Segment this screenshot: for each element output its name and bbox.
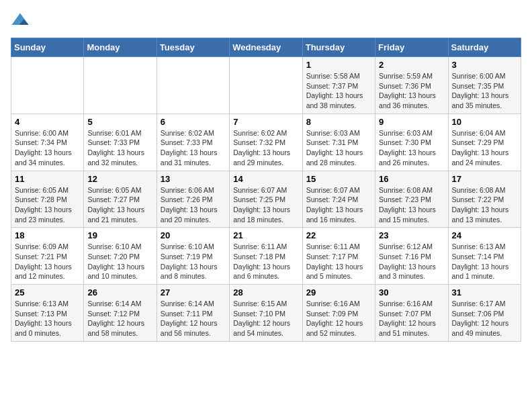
day-number: 20: [161, 230, 226, 240]
day-number: 5: [87, 117, 152, 127]
calendar-cell: 26Sunrise: 6:14 AM Sunset: 7:12 PM Dayli…: [84, 285, 157, 342]
day-info: Sunrise: 6:03 AM Sunset: 7:30 PM Dayligh…: [379, 128, 444, 168]
day-number: 2: [379, 60, 444, 70]
day-number: 10: [452, 117, 517, 127]
calendar-cell: [157, 57, 229, 114]
calendar-cell: 25Sunrise: 6:13 AM Sunset: 7:13 PM Dayli…: [11, 285, 84, 342]
day-number: 13: [161, 174, 226, 184]
day-number: 25: [15, 287, 80, 298]
day-number: 29: [306, 287, 371, 298]
header-day-wednesday: Wednesday: [230, 38, 302, 57]
day-number: 9: [379, 117, 444, 127]
calendar-table: SundayMondayTuesdayWednesdayThursdayFrid…: [11, 38, 521, 342]
calendar-cell: 12Sunrise: 6:05 AM Sunset: 7:27 PM Dayli…: [84, 171, 157, 228]
day-info: Sunrise: 6:14 AM Sunset: 7:11 PM Dayligh…: [161, 299, 226, 338]
day-number: 18: [15, 230, 80, 240]
day-info: Sunrise: 6:12 AM Sunset: 7:16 PM Dayligh…: [379, 242, 444, 281]
day-number: 16: [379, 174, 444, 184]
day-info: Sunrise: 6:16 AM Sunset: 7:07 PM Dayligh…: [379, 299, 444, 338]
day-number: 7: [233, 117, 298, 127]
day-info: Sunrise: 6:05 AM Sunset: 7:28 PM Dayligh…: [15, 185, 80, 225]
day-number: 21: [233, 230, 298, 240]
day-info: Sunrise: 6:10 AM Sunset: 7:19 PM Dayligh…: [161, 242, 226, 281]
calendar-cell: 16Sunrise: 6:08 AM Sunset: 7:23 PM Dayli…: [375, 171, 448, 228]
day-info: Sunrise: 6:06 AM Sunset: 7:26 PM Dayligh…: [161, 185, 226, 225]
day-info: Sunrise: 6:08 AM Sunset: 7:23 PM Dayligh…: [379, 185, 444, 225]
week-row-1: 1Sunrise: 5:58 AM Sunset: 7:37 PM Daylig…: [11, 57, 521, 114]
calendar-cell: 31Sunrise: 6:17 AM Sunset: 7:06 PM Dayli…: [448, 285, 521, 342]
day-info: Sunrise: 6:09 AM Sunset: 7:21 PM Dayligh…: [15, 242, 80, 281]
day-number: 6: [161, 117, 226, 127]
day-info: Sunrise: 6:02 AM Sunset: 7:33 PM Dayligh…: [161, 128, 226, 168]
calendar-cell: 14Sunrise: 6:07 AM Sunset: 7:25 PM Dayli…: [230, 171, 302, 228]
header-day-thursday: Thursday: [302, 38, 375, 57]
day-number: 24: [452, 230, 517, 240]
day-info: Sunrise: 6:02 AM Sunset: 7:32 PM Dayligh…: [233, 128, 298, 168]
header-day-monday: Monday: [84, 38, 157, 57]
day-info: Sunrise: 5:59 AM Sunset: 7:36 PM Dayligh…: [379, 71, 444, 111]
day-number: 28: [233, 287, 298, 298]
calendar-cell: 23Sunrise: 6:12 AM Sunset: 7:16 PM Dayli…: [375, 228, 448, 285]
day-number: 3: [452, 60, 517, 70]
calendar-cell: 9Sunrise: 6:03 AM Sunset: 7:30 PM Daylig…: [375, 113, 448, 171]
week-row-3: 11Sunrise: 6:05 AM Sunset: 7:28 PM Dayli…: [11, 171, 521, 228]
calendar-cell: [11, 57, 84, 114]
calendar-cell: 2Sunrise: 5:59 AM Sunset: 7:36 PM Daylig…: [375, 57, 448, 114]
day-info: Sunrise: 5:58 AM Sunset: 7:37 PM Dayligh…: [306, 71, 371, 111]
header-day-friday: Friday: [375, 38, 448, 57]
header-row: SundayMondayTuesdayWednesdayThursdayFrid…: [11, 38, 521, 57]
calendar-cell: 1Sunrise: 5:58 AM Sunset: 7:37 PM Daylig…: [302, 57, 375, 114]
calendar-cell: 7Sunrise: 6:02 AM Sunset: 7:32 PM Daylig…: [230, 113, 302, 171]
day-info: Sunrise: 6:05 AM Sunset: 7:27 PM Dayligh…: [87, 185, 152, 225]
calendar-cell: 24Sunrise: 6:13 AM Sunset: 7:14 PM Dayli…: [448, 228, 521, 285]
day-number: 27: [161, 287, 226, 298]
day-info: Sunrise: 6:04 AM Sunset: 7:29 PM Dayligh…: [452, 128, 517, 168]
calendar-header: SundayMondayTuesdayWednesdayThursdayFrid…: [11, 38, 521, 57]
day-number: 30: [379, 287, 444, 298]
day-number: 23: [379, 230, 444, 240]
calendar-cell: 29Sunrise: 6:16 AM Sunset: 7:09 PM Dayli…: [302, 285, 375, 342]
calendar-cell: 27Sunrise: 6:14 AM Sunset: 7:11 PM Dayli…: [157, 285, 229, 342]
calendar-cell: 3Sunrise: 6:00 AM Sunset: 7:35 PM Daylig…: [448, 57, 521, 114]
week-row-4: 18Sunrise: 6:09 AM Sunset: 7:21 PM Dayli…: [11, 228, 521, 285]
day-number: 26: [87, 287, 152, 298]
week-row-5: 25Sunrise: 6:13 AM Sunset: 7:13 PM Dayli…: [11, 285, 521, 342]
logo-icon: [11, 11, 30, 30]
day-info: Sunrise: 6:13 AM Sunset: 7:13 PM Dayligh…: [15, 299, 80, 338]
day-number: 4: [15, 117, 80, 127]
day-info: Sunrise: 6:01 AM Sunset: 7:33 PM Dayligh…: [87, 128, 152, 168]
calendar-cell: 19Sunrise: 6:10 AM Sunset: 7:20 PM Dayli…: [84, 228, 157, 285]
day-info: Sunrise: 6:07 AM Sunset: 7:25 PM Dayligh…: [233, 185, 298, 225]
calendar-cell: 18Sunrise: 6:09 AM Sunset: 7:21 PM Dayli…: [11, 228, 84, 285]
day-info: Sunrise: 6:11 AM Sunset: 7:17 PM Dayligh…: [306, 242, 371, 281]
day-info: Sunrise: 6:00 AM Sunset: 7:35 PM Dayligh…: [452, 71, 517, 111]
calendar-cell: 15Sunrise: 6:07 AM Sunset: 7:24 PM Dayli…: [302, 171, 375, 228]
header-day-saturday: Saturday: [448, 38, 521, 57]
day-info: Sunrise: 6:10 AM Sunset: 7:20 PM Dayligh…: [87, 242, 152, 281]
calendar-cell: 10Sunrise: 6:04 AM Sunset: 7:29 PM Dayli…: [448, 113, 521, 171]
calendar-cell: 22Sunrise: 6:11 AM Sunset: 7:17 PM Dayli…: [302, 228, 375, 285]
calendar-cell: 30Sunrise: 6:16 AM Sunset: 7:07 PM Dayli…: [375, 285, 448, 342]
day-number: 31: [452, 287, 517, 298]
calendar-cell: 21Sunrise: 6:11 AM Sunset: 7:18 PM Dayli…: [230, 228, 302, 285]
header: [11, 11, 521, 30]
day-number: 11: [15, 174, 80, 184]
day-info: Sunrise: 6:00 AM Sunset: 7:34 PM Dayligh…: [15, 128, 80, 168]
week-row-2: 4Sunrise: 6:00 AM Sunset: 7:34 PM Daylig…: [11, 113, 521, 171]
calendar-cell: [230, 57, 302, 114]
calendar-cell: 8Sunrise: 6:03 AM Sunset: 7:31 PM Daylig…: [302, 113, 375, 171]
day-info: Sunrise: 6:07 AM Sunset: 7:24 PM Dayligh…: [306, 185, 371, 225]
day-number: 14: [233, 174, 298, 184]
calendar-cell: 20Sunrise: 6:10 AM Sunset: 7:19 PM Dayli…: [157, 228, 229, 285]
calendar-cell: 28Sunrise: 6:15 AM Sunset: 7:10 PM Dayli…: [230, 285, 302, 342]
day-info: Sunrise: 6:14 AM Sunset: 7:12 PM Dayligh…: [87, 299, 152, 338]
day-info: Sunrise: 6:13 AM Sunset: 7:14 PM Dayligh…: [452, 242, 517, 281]
day-number: 22: [306, 230, 371, 240]
header-day-sunday: Sunday: [11, 38, 84, 57]
day-number: 17: [452, 174, 517, 184]
day-number: 12: [87, 174, 152, 184]
calendar-body: 1Sunrise: 5:58 AM Sunset: 7:37 PM Daylig…: [11, 57, 521, 342]
day-info: Sunrise: 6:16 AM Sunset: 7:09 PM Dayligh…: [306, 299, 371, 338]
day-number: 19: [87, 230, 152, 240]
day-number: 8: [306, 117, 371, 127]
